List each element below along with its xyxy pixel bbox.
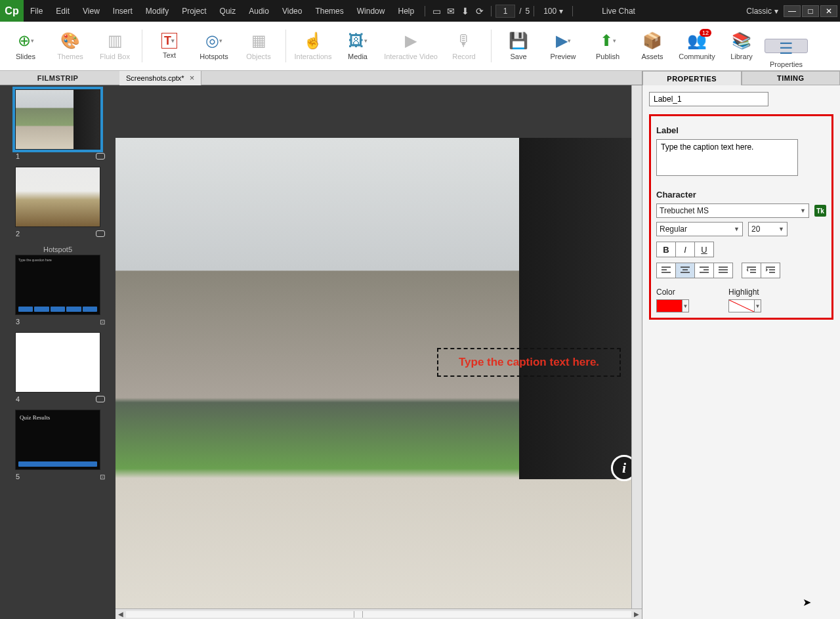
vr-icon: [96, 396, 105, 402]
upload-icon: ⬆▾: [598, 32, 617, 50]
library-button[interactable]: 📚 Library: [720, 23, 763, 69]
menu-themes[interactable]: Themes: [308, 0, 350, 22]
text-color-swatch[interactable]: ▼: [656, 299, 689, 312]
close-icon[interactable]: ×: [190, 73, 195, 83]
menu-window[interactable]: Window: [350, 0, 392, 22]
community-button[interactable]: 👥12 Community: [675, 23, 719, 69]
label: Save: [510, 53, 526, 60]
page-total: 5: [526, 7, 530, 16]
menu-quiz[interactable]: Quiz: [213, 0, 243, 22]
slide-thumb-2[interactable]: 2: [4, 167, 112, 238]
menu-help[interactable]: Help: [391, 0, 421, 22]
filmstrip-panel: FILMSTRIP 1 2 Hotspot5 Type the question…: [0, 71, 116, 619]
slide-thumb-1[interactable]: 1: [4, 89, 112, 160]
underline-button[interactable]: U: [694, 242, 714, 257]
label: Hotspots: [200, 53, 228, 60]
live-chat-link[interactable]: Live Chat: [597, 7, 640, 16]
typekit-icon[interactable]: Tk: [814, 205, 826, 217]
scroll-right-icon[interactable]: ▶: [631, 610, 642, 618]
publish-button[interactable]: ⬆▾ Publish: [586, 23, 629, 69]
indent-decrease-button[interactable]: [742, 263, 761, 278]
media-button[interactable]: 🖼▾ Media: [336, 23, 379, 69]
maximize-button[interactable]: □: [802, 5, 819, 17]
page-current-input[interactable]: [495, 5, 515, 18]
menu-video[interactable]: Video: [276, 0, 308, 22]
slide-thumb-4[interactable]: 4: [4, 332, 112, 403]
minimize-button[interactable]: —: [784, 5, 801, 17]
divider: [572, 6, 573, 16]
fluidbox-button[interactable]: ▥ Fluid Box: [93, 23, 136, 69]
interactive-video-button[interactable]: ▶ Interactive Video: [381, 23, 441, 69]
label: Publish: [596, 53, 620, 60]
themes-button[interactable]: 🎨 Themes: [49, 23, 92, 69]
properties-tab[interactable]: PROPERTIES: [642, 71, 742, 85]
align-left-button[interactable]: [656, 263, 676, 278]
hotspots-button[interactable]: ◎▾ Hotspots: [192, 23, 236, 69]
font-weight-select[interactable]: Regular▼: [656, 222, 743, 236]
palette-icon: 🎨: [61, 32, 79, 50]
slides-button[interactable]: ⊕▾ Slides: [4, 23, 47, 69]
save-button[interactable]: 💾 Save: [497, 23, 540, 69]
divider: [534, 6, 534, 16]
align-center-button[interactable]: [675, 263, 695, 278]
badge-count: 12: [700, 29, 711, 37]
menu-file[interactable]: File: [24, 0, 49, 22]
download-icon[interactable]: ⬇: [458, 6, 472, 16]
menu-audio[interactable]: Audio: [242, 0, 276, 22]
record-button[interactable]: 🎙 Record: [442, 23, 486, 69]
document-tab[interactable]: Screenshots.cptx* ×: [119, 71, 201, 85]
font-family-select[interactable]: Trebuchet MS▼: [656, 203, 809, 218]
chevron-down-icon: ▼: [800, 207, 806, 214]
toolbar: ⊕▾ Slides 🎨 Themes ▥ Fluid Box T▾ Text ◎…: [0, 22, 840, 71]
slide-thumb-5[interactable]: Quiz Results 5⊡: [4, 410, 112, 480]
font-size-select[interactable]: 20▼: [748, 222, 788, 236]
italic-button[interactable]: I: [675, 242, 695, 257]
menu-project[interactable]: Project: [175, 0, 213, 22]
zoom-select[interactable]: 100 ▾: [538, 7, 568, 16]
align-justify-button[interactable]: [713, 263, 733, 278]
mail-icon[interactable]: ✉: [444, 6, 458, 16]
close-button[interactable]: ✕: [820, 5, 837, 17]
chevron-down-icon: ▼: [754, 300, 761, 312]
slide-num: 2: [16, 230, 20, 238]
vertical-scrollbar[interactable]: [631, 85, 642, 619]
highlight-color-swatch[interactable]: ▼: [728, 299, 761, 312]
label: Media: [348, 53, 368, 60]
menu-modify[interactable]: Modify: [139, 0, 175, 22]
bold-button[interactable]: B: [656, 242, 676, 257]
menu-edit[interactable]: Edit: [49, 0, 76, 22]
caption-text-input[interactable]: Type the caption text here.: [656, 139, 798, 176]
workspace-select[interactable]: Classic ▾: [741, 7, 784, 16]
save-icon: 💾: [509, 32, 528, 50]
horizontal-scrollbar[interactable]: ◀ ▶: [116, 608, 642, 619]
indent-increase-button[interactable]: [761, 263, 780, 278]
slide-thumb-3[interactable]: Type the question here 3⊡: [4, 255, 112, 326]
target-icon: ◎▾: [205, 32, 223, 50]
text-icon: T▾: [161, 33, 177, 49]
label: Interactive Video: [384, 53, 438, 60]
box-icon: 📦: [643, 32, 662, 50]
timing-tab[interactable]: TIMING: [742, 71, 841, 85]
preview-button[interactable]: ▶▾ Preview: [541, 23, 585, 69]
properties-button[interactable]: ☰ Properties: [765, 39, 808, 53]
scroll-left-icon[interactable]: ◀: [116, 610, 126, 618]
objects-button[interactable]: ▦ Objects: [237, 23, 280, 69]
sync-icon[interactable]: ⟳: [472, 6, 487, 16]
video-icon: ▶: [402, 32, 420, 50]
caption-object[interactable]: Type the caption text here.: [437, 348, 621, 377]
font-family-value: Trebuchet MS: [660, 206, 709, 215]
menu-view[interactable]: View: [76, 0, 106, 22]
filmstrip-header: FILMSTRIP: [0, 71, 116, 85]
slide-num: 3: [16, 318, 20, 326]
menu-insert[interactable]: Insert: [106, 0, 139, 22]
assets-button[interactable]: 📦 Assets: [631, 23, 674, 69]
preview-in-browser-icon[interactable]: ▭: [429, 6, 444, 16]
interactions-button[interactable]: ☝ Interactions: [291, 23, 335, 69]
filmstrip[interactable]: 1 2 Hotspot5 Type the question here 3⊡ 4…: [0, 85, 116, 619]
slide-num: 1: [16, 152, 20, 160]
text-button[interactable]: T▾ Text: [148, 23, 191, 69]
object-name-input[interactable]: [649, 92, 768, 106]
label: Interactions: [295, 53, 332, 60]
font-weight-value: Regular: [660, 224, 687, 234]
align-right-button[interactable]: [694, 263, 714, 278]
